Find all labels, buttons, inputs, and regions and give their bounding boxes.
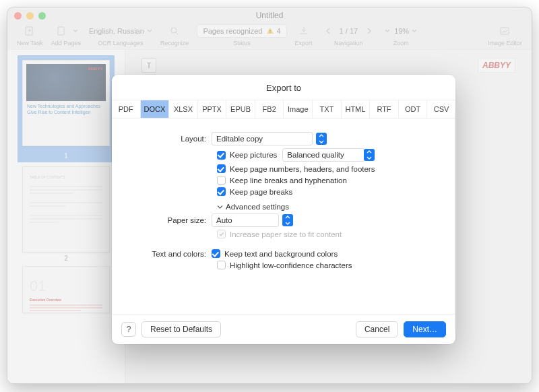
- tab-csv[interactable]: CSV: [427, 100, 455, 118]
- keep-pictures-label: Keep pictures: [230, 151, 277, 159]
- keep-headers-label: Keep page numbers, headers, and footers: [230, 165, 375, 173]
- keep-text-colors-label: Keep text and background colors: [224, 250, 338, 258]
- picture-quality-select[interactable]: Balanced quality: [282, 148, 364, 162]
- keep-text-colors-checkbox[interactable]: [212, 249, 220, 258]
- advanced-toggle[interactable]: Advanced settings: [132, 203, 435, 211]
- tab-image[interactable]: Image: [284, 100, 313, 118]
- increase-paper-label: Increase paper size to fit content: [230, 230, 342, 238]
- tab-txt[interactable]: TXT: [313, 100, 342, 118]
- paper-size-select[interactable]: Auto: [212, 214, 279, 227]
- keep-page-breaks-label: Keep page breaks: [230, 188, 292, 196]
- tab-fb2[interactable]: FB2: [255, 100, 284, 118]
- next-button[interactable]: Next…: [404, 321, 446, 337]
- layout-select[interactable]: Editable copy: [212, 132, 313, 145]
- tab-xlsx[interactable]: XLSX: [169, 100, 198, 118]
- help-button[interactable]: ?: [121, 322, 136, 337]
- paper-size-stepper[interactable]: [282, 214, 293, 226]
- tab-pdf[interactable]: PDF: [112, 100, 141, 118]
- layout-stepper[interactable]: [316, 133, 327, 145]
- cancel-button[interactable]: Cancel: [356, 321, 398, 337]
- tab-docx[interactable]: DOCX: [141, 100, 170, 118]
- dialog-footer: ? Reset to Defaults Cancel Next…: [112, 314, 455, 344]
- increase-paper-checkbox: [217, 230, 226, 238]
- tab-html[interactable]: HTML: [342, 100, 371, 118]
- layout-label: Layout:: [132, 135, 212, 143]
- tab-pptx[interactable]: PPTX: [198, 100, 227, 118]
- format-tabs: PDF DOCX XLSX PPTX EPUB FB2 Image TXT HT…: [112, 100, 455, 119]
- keep-headers-checkbox[interactable]: [217, 164, 226, 173]
- keep-pictures-checkbox[interactable]: [217, 151, 226, 160]
- tab-odt[interactable]: ODT: [399, 100, 428, 118]
- keep-line-breaks-checkbox[interactable]: [217, 176, 226, 185]
- export-form: Layout: Editable copy Keep pictures Bala…: [112, 119, 455, 269]
- keep-page-breaks-checkbox[interactable]: [217, 187, 226, 196]
- dialog-title: Export to: [112, 75, 455, 100]
- advanced-label: Advanced settings: [226, 203, 289, 211]
- paper-size-label: Paper size:: [132, 216, 212, 224]
- highlight-low-confidence-label: Highlight low-confidence characters: [230, 261, 352, 269]
- app-window: Untitled New Task Add Pages English, Rus…: [7, 7, 532, 384]
- text-colors-label: Text and colors:: [132, 250, 212, 258]
- highlight-low-confidence-checkbox[interactable]: [217, 261, 226, 269]
- tab-rtf[interactable]: RTF: [370, 100, 399, 118]
- chevron-down-icon: [217, 204, 223, 210]
- picture-quality-stepper[interactable]: [364, 149, 375, 161]
- tab-epub[interactable]: EPUB: [226, 100, 255, 118]
- export-dialog: Export to PDF DOCX XLSX PPTX EPUB FB2 Im…: [112, 75, 455, 344]
- keep-line-breaks-label: Keep line breaks and hyphenation: [230, 176, 347, 185]
- check-icon: [218, 231, 224, 237]
- reset-defaults-button[interactable]: Reset to Defaults: [141, 321, 221, 337]
